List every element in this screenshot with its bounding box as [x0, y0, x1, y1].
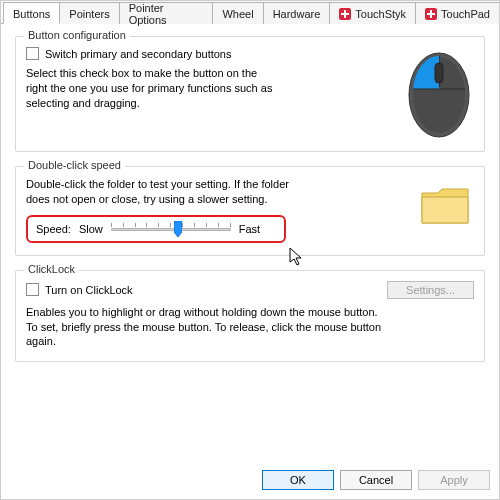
- group-button-configuration: Button configuration Switch primary and …: [15, 36, 485, 152]
- tab-wheel[interactable]: Wheel: [212, 2, 263, 24]
- tab-content: Button configuration Switch primary and …: [1, 24, 499, 362]
- tab-touchstyk[interactable]: TouchStyk: [329, 2, 416, 24]
- checkbox-label: Turn on ClickLock: [45, 284, 133, 296]
- group-legend: Button configuration: [24, 29, 130, 41]
- test-folder-icon[interactable]: [418, 181, 474, 229]
- checkbox-switch-buttons[interactable]: [26, 47, 39, 60]
- synaptics-icon: [339, 8, 351, 20]
- group-legend: ClickLock: [24, 263, 79, 275]
- slow-label: Slow: [79, 223, 103, 235]
- svg-rect-5: [430, 10, 432, 18]
- svg-rect-2: [344, 10, 346, 18]
- ok-button[interactable]: OK: [262, 470, 334, 490]
- synaptics-icon: [425, 8, 437, 20]
- group-double-click-speed: Double-click speed Double-click the fold…: [15, 166, 485, 256]
- tab-hardware[interactable]: Hardware: [263, 2, 331, 24]
- tab-buttons[interactable]: Buttons: [3, 2, 60, 24]
- double-click-description: Double-click the folder to test your set…: [26, 177, 291, 207]
- apply-button: Apply: [418, 470, 490, 490]
- cursor-arrow-icon: [289, 247, 305, 267]
- tab-label: Buttons: [13, 8, 50, 20]
- tab-pointers[interactable]: Pointers: [59, 2, 119, 24]
- tab-strip: Buttons Pointers Pointer Options Wheel H…: [1, 1, 499, 24]
- tab-label: Hardware: [273, 8, 321, 20]
- cancel-button[interactable]: Cancel: [340, 470, 412, 490]
- checkbox-clicklock[interactable]: [26, 283, 39, 296]
- clicklock-description: Enables you to highlight or drag without…: [26, 305, 386, 350]
- checkbox-label: Switch primary and secondary buttons: [45, 48, 231, 60]
- tab-pointer-options[interactable]: Pointer Options: [119, 2, 214, 24]
- svg-rect-8: [435, 63, 443, 83]
- tab-label: TouchPad: [441, 8, 490, 20]
- slider-thumb[interactable]: [174, 221, 182, 237]
- fast-label: Fast: [239, 223, 260, 235]
- tab-label: TouchStyk: [355, 8, 406, 20]
- button-config-description: Select this check box to make the button…: [26, 66, 276, 111]
- group-clicklock: ClickLock Turn on ClickLock Settings... …: [15, 270, 485, 363]
- tab-label: Pointer Options: [129, 2, 204, 26]
- speed-control-highlight: Speed: Slow Fast: [26, 215, 286, 243]
- tab-label: Pointers: [69, 8, 109, 20]
- clicklock-settings-button: Settings...: [387, 281, 474, 299]
- speed-label: Speed:: [36, 223, 71, 235]
- group-legend: Double-click speed: [24, 159, 125, 171]
- dialog-footer: OK Cancel Apply: [262, 470, 490, 490]
- mouse-image: [404, 47, 474, 139]
- double-click-speed-slider[interactable]: [111, 221, 231, 237]
- tab-label: Wheel: [222, 8, 253, 20]
- tab-touchpad[interactable]: TouchPad: [415, 2, 500, 24]
